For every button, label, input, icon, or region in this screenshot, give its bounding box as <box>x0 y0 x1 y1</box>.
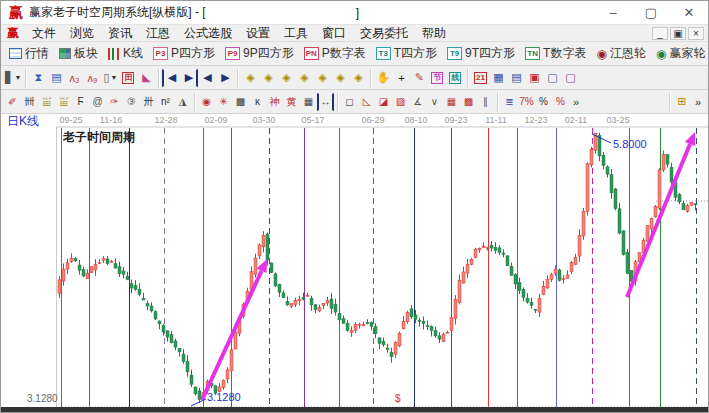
maximize-button[interactable]: ▢ <box>632 1 670 24</box>
tool-brush-tool-icon[interactable]: ✐ <box>4 93 21 111</box>
tool-computer-2-icon[interactable]: ▢ <box>561 69 579 87</box>
tool-percent-7-icon[interactable]: 7% <box>518 93 535 111</box>
tool-cycle-box-icon[interactable]: 田 <box>119 69 137 87</box>
toolbar-button-quotes[interactable]: 行情 <box>4 42 54 65</box>
tool-diamond-both-icon[interactable]: ◈ <box>277 69 295 87</box>
mdi-close-button[interactable]: × <box>688 27 704 40</box>
menu-item-窗口[interactable]: 窗口 <box>315 25 353 41</box>
tool-parallel-lines-icon[interactable]: ∥ <box>477 93 494 111</box>
tool-diamond-all-icon[interactable]: ◈ <box>349 69 367 87</box>
toolbar-button-9p-square[interactable]: P99P四方形 <box>220 42 299 65</box>
tool-shen-tool-icon[interactable]: 神 <box>266 93 283 111</box>
tool-width-marker-icon[interactable]: ↔ <box>317 93 334 111</box>
chart-area[interactable]: 日K线09-2511-1612-2802-0903-3005-1706-2908… <box>1 114 709 409</box>
tool-k-angle-icon[interactable]: ĸ <box>249 93 266 111</box>
toolbar-draw-overflow[interactable]: » <box>569 96 583 108</box>
tool-pencil-lines-icon[interactable]: ∡ <box>409 93 426 111</box>
menu-item-文件[interactable]: 文件 <box>25 25 63 41</box>
tool-percent-icon[interactable]: % <box>535 93 552 111</box>
toolbar-button-9t-square[interactable]: T99T四方形 <box>442 42 520 65</box>
tool-minute-chart-3-icon[interactable]: ʌ₃ <box>65 69 83 87</box>
tool-grid-red-2-icon[interactable]: ▩ <box>460 93 477 111</box>
tool-diamond-up-icon[interactable]: ◈ <box>331 69 349 87</box>
tool-go-last-icon[interactable]: ▶ <box>180 69 198 87</box>
candle-body <box>270 263 273 273</box>
chart-canvas[interactable]: 日K线09-2511-1612-2802-0903-3005-1706-2908… <box>1 114 709 409</box>
tool-box-lines-icon[interactable]: ◻ <box>341 93 358 111</box>
tool-crosshair-icon[interactable]: + <box>392 69 410 87</box>
tool-circle-3-tool-icon[interactable]: ③ <box>123 93 140 111</box>
tool-pyramid-flag-icon[interactable]: ◣ <box>137 69 155 87</box>
tool-jie-tool-icon[interactable]: 节 <box>428 69 446 87</box>
toolbar-button-t-square[interactable]: T3T四方形 <box>371 42 442 65</box>
candle-body <box>186 361 189 372</box>
kline-period-label[interactable]: 日K线 <box>7 114 39 128</box>
tool-fan-lines-icon[interactable]: ◺ <box>358 93 375 111</box>
tool-save-disk-icon[interactable]: ▣ <box>525 69 543 87</box>
menu-item-设置[interactable]: 设置 <box>239 25 277 41</box>
panel-overflow[interactable]: » <box>691 96 705 108</box>
tool-fan-box-icon[interactable]: ◪ <box>375 93 392 111</box>
toolbar-button-p-number-table[interactable]: PNP数字表 <box>299 42 371 65</box>
tool-grid-window-icon[interactable]: ▦ <box>300 93 317 111</box>
tool-n-squared-tool-icon[interactable]: n² <box>157 93 174 111</box>
close-button[interactable]: ✕ <box>670 1 708 24</box>
toolbar-button-gann-wheel[interactable]: ◉江恩轮 <box>591 42 650 65</box>
tool-session-hourglass-icon[interactable]: ⧗ <box>29 69 47 87</box>
mdi-minimize-button[interactable]: _ <box>652 27 668 40</box>
chart-type-dropdown-dropdown-icon[interactable]: ▼ <box>14 74 21 81</box>
tool-ratio-bars-icon[interactable]: ≣ <box>501 93 518 111</box>
tool-grid-red-icon[interactable]: ▦ <box>443 93 460 111</box>
toolbar-button-kline[interactable]: K线 <box>103 42 148 65</box>
menu-item-公式选股[interactable]: 公式选股 <box>177 25 239 41</box>
toolbar-button-p-square[interactable]: P3P四方形 <box>148 42 220 65</box>
tool-fan-square-icon[interactable]: ▨ <box>392 93 409 111</box>
tool-gann-gold-b-icon[interactable]: 畄 <box>55 93 72 111</box>
tool-calculator-icon[interactable]: ▦ <box>489 69 507 87</box>
tool-wheel-spokes-icon[interactable]: ✳ <box>215 93 232 111</box>
tool-pan-hand-icon[interactable]: ✋ <box>374 69 392 87</box>
tool-angle-arrow-icon[interactable]: ◮ <box>174 93 191 111</box>
tool-diamond-left-icon[interactable]: ◈ <box>241 69 259 87</box>
tool-quill-tool-icon[interactable]: ✑ <box>106 93 123 111</box>
toolbar-button-winner-wheel[interactable]: ◉赢家轮 <box>651 42 709 65</box>
tool-pen-marker-icon[interactable]: ✎ <box>410 69 428 87</box>
menu-item-工具[interactable]: 工具 <box>277 25 315 41</box>
toolbar-button-sectors[interactable]: 板块 <box>54 42 103 65</box>
menu-item-江恩[interactable]: 江恩 <box>139 25 177 41</box>
tool-xian-tool-icon[interactable]: 线 <box>446 69 464 87</box>
tool-gann-gold-a-icon[interactable]: 畄 <box>38 93 55 111</box>
tool-bar-style-dropdown-icon[interactable]: ▯▼ <box>101 69 119 87</box>
minimize-button[interactable]: – <box>594 1 632 24</box>
tool-ruler-ticks-icon[interactable]: 卌 <box>21 93 38 111</box>
tool-chart-type-dropdown-icon[interactable]: ▋▼ <box>4 69 22 87</box>
tool-percent-line-icon[interactable]: % <box>552 93 569 111</box>
menu-item-交易委托[interactable]: 交易委托 <box>353 25 415 41</box>
tool-diamond-center-icon[interactable]: ◈ <box>313 69 331 87</box>
tool-grid-dark-icon[interactable]: ▩ <box>232 93 249 111</box>
tool-note-pad-icon[interactable]: ▤ <box>47 69 65 87</box>
tool-calendar-21-icon[interactable]: 21 <box>471 69 489 87</box>
menu-item-资讯[interactable]: 资讯 <box>101 25 139 41</box>
tool-go-first-icon[interactable]: ◀ <box>162 69 180 87</box>
menu-item-浏览[interactable]: 浏览 <box>63 25 101 41</box>
tool-notes-list-icon[interactable]: ▤ <box>507 69 525 87</box>
tool-diamond-right-icon[interactable]: ◈ <box>259 69 277 87</box>
tool-minute-chart-9-icon[interactable]: ʌ₉ <box>83 69 101 87</box>
mdi-restore-button[interactable]: ▣ <box>670 27 686 40</box>
tool-ruler-ticks-2-icon[interactable]: 卅 <box>140 93 157 111</box>
tool-diamond-expand-icon[interactable]: ◈ <box>295 69 313 87</box>
menu-item-帮助[interactable]: 帮助 <box>415 25 453 41</box>
tool-huang-tool-icon[interactable]: 黄 <box>283 93 300 111</box>
tool-go-prev-icon[interactable]: ◀ <box>198 69 216 87</box>
tool-go-next-icon[interactable]: ▶ <box>216 69 234 87</box>
tool-v-lines-icon[interactable]: ∨ <box>426 93 443 111</box>
toolbar-button-t-number-table[interactable]: TNT数字表 <box>520 42 591 65</box>
tool-fibonacci-f-icon[interactable]: Ϝ <box>72 93 89 111</box>
tool-spiral-red-icon[interactable]: ◉ <box>198 93 215 111</box>
tool-panel-grid-icon[interactable]: ⊞ <box>673 93 691 111</box>
tool-computer-1-icon[interactable]: ▢ <box>543 69 561 87</box>
bar-style-dropdown-dropdown-icon[interactable]: ▼ <box>110 74 117 81</box>
candle-body <box>110 261 113 262</box>
tool-spiral-tool-icon[interactable]: @ <box>89 93 106 111</box>
